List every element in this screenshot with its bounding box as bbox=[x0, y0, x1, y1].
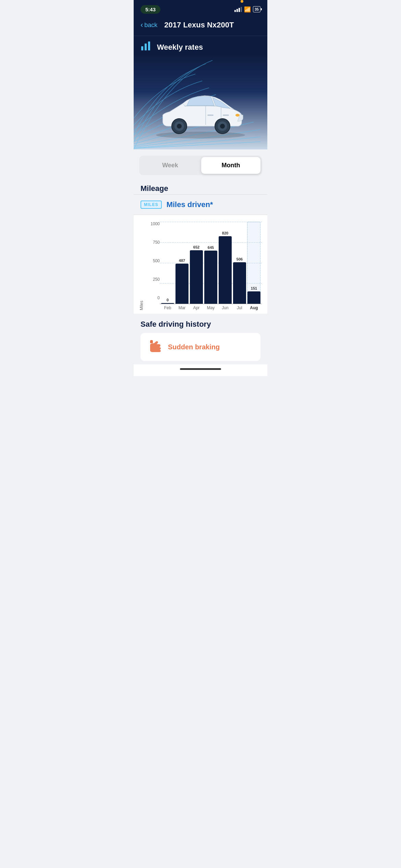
bar-rect-feb bbox=[161, 303, 174, 304]
miles-driven-header: MILES Miles driven* bbox=[134, 195, 267, 215]
bar-value-apr: 652 bbox=[193, 245, 199, 249]
chart-bars-row: 0 487 652 645 bbox=[160, 222, 262, 304]
bar-mar: 487 bbox=[175, 222, 189, 304]
month-tab[interactable]: Month bbox=[201, 157, 260, 174]
bar-rect-mar bbox=[175, 264, 189, 304]
signal-icon bbox=[234, 7, 242, 12]
period-toggle[interactable]: Week Month bbox=[139, 156, 262, 175]
weekly-rates-title: Weekly rates bbox=[157, 43, 203, 52]
status-bar: 5:43 📶 35 bbox=[134, 0, 267, 17]
x-label-jul: Jul bbox=[233, 305, 246, 310]
sudden-braking-icon bbox=[147, 339, 162, 355]
bar-value-feb: 0 bbox=[167, 298, 169, 302]
mileage-section-title: Mileage bbox=[134, 181, 267, 194]
bar-value-may: 645 bbox=[208, 245, 214, 250]
sudden-braking-title: Sudden braking bbox=[168, 343, 220, 351]
bar-value-jun: 820 bbox=[222, 231, 228, 235]
bar-value-aug: 151 bbox=[251, 286, 257, 290]
miles-badge: MILES bbox=[141, 201, 162, 209]
sudden-braking-item[interactable]: Sudden braking bbox=[141, 333, 260, 361]
svg-rect-2 bbox=[148, 41, 150, 50]
bar-value-mar: 487 bbox=[179, 258, 185, 263]
header: ‹ back 2017 Lexus Nx200T bbox=[134, 17, 267, 36]
y-axis-title: Miles bbox=[139, 222, 144, 310]
y-label-750: 750 bbox=[145, 240, 160, 244]
svg-rect-6 bbox=[207, 114, 214, 116]
svg-point-13 bbox=[220, 124, 225, 129]
weekly-rates-section: Weekly rates bbox=[134, 36, 267, 53]
x-label-jun: Jun bbox=[219, 305, 232, 310]
bar-aug: 151 bbox=[247, 222, 260, 304]
y-label-1000: 1000 bbox=[145, 222, 160, 226]
x-label-feb: Feb bbox=[161, 305, 174, 310]
bar-may: 645 bbox=[204, 222, 217, 304]
chart-inner: Miles 1000 750 500 250 0 bbox=[139, 222, 262, 310]
y-label-250: 250 bbox=[145, 277, 160, 281]
bar-feb: 0 bbox=[161, 222, 174, 304]
y-label-500: 500 bbox=[145, 259, 160, 263]
bar-rect-may bbox=[204, 251, 217, 304]
notification-dot bbox=[241, 0, 243, 3]
status-time: 5:43 bbox=[141, 5, 160, 14]
svg-point-3 bbox=[156, 132, 245, 138]
bar-jun: 820 bbox=[219, 222, 232, 304]
battery-indicator: 35 bbox=[253, 6, 260, 12]
back-label: back bbox=[144, 22, 157, 29]
bar-value-jul: 506 bbox=[236, 257, 243, 261]
bottom-bar bbox=[134, 364, 267, 376]
chart-bars-area: 0 487 652 645 bbox=[160, 222, 262, 310]
back-button[interactable]: ‹ back bbox=[141, 21, 157, 29]
car-hero-section bbox=[134, 53, 267, 149]
miles-driven-title: Miles driven* bbox=[167, 200, 213, 209]
x-label-aug: Aug bbox=[247, 305, 260, 310]
mileage-chart: Miles 1000 750 500 250 0 bbox=[134, 215, 267, 314]
bar-jul: 506 bbox=[233, 222, 246, 304]
bar-rect-jul bbox=[233, 262, 246, 304]
wifi-icon: 📶 bbox=[244, 6, 251, 13]
x-label-mar: Mar bbox=[175, 305, 189, 310]
safe-driving-section: Safe driving history Sudden braking bbox=[134, 314, 267, 364]
week-tab[interactable]: Week bbox=[141, 157, 200, 174]
svg-rect-7 bbox=[223, 114, 229, 116]
x-label-may: May bbox=[204, 305, 217, 310]
y-label-0: 0 bbox=[145, 296, 160, 300]
x-label-apr: Apr bbox=[190, 305, 203, 310]
weekly-rates-header: Weekly rates bbox=[141, 41, 260, 53]
home-indicator bbox=[180, 368, 221, 370]
svg-rect-1 bbox=[145, 44, 147, 50]
chart-bar-icon bbox=[141, 41, 153, 53]
svg-point-14 bbox=[235, 114, 240, 117]
bar-rect-jun bbox=[219, 236, 232, 304]
bar-apr: 652 bbox=[190, 222, 203, 304]
safe-driving-title: Safe driving history bbox=[141, 320, 260, 329]
x-axis-labels: Feb Mar Apr May Jun Jul Aug bbox=[160, 304, 262, 310]
y-axis-wrapper: Miles 1000 750 500 250 0 bbox=[139, 222, 160, 310]
bar-rect-aug bbox=[247, 291, 260, 304]
car-image bbox=[153, 84, 248, 139]
y-axis-labels: 1000 750 500 250 0 bbox=[145, 222, 160, 310]
page-title: 2017 Lexus Nx200T bbox=[164, 21, 234, 29]
svg-rect-0 bbox=[141, 46, 143, 50]
svg-point-10 bbox=[177, 124, 182, 129]
bar-rect-apr bbox=[190, 250, 203, 304]
status-icons: 📶 35 bbox=[234, 6, 260, 13]
back-chevron-icon: ‹ bbox=[141, 21, 143, 29]
